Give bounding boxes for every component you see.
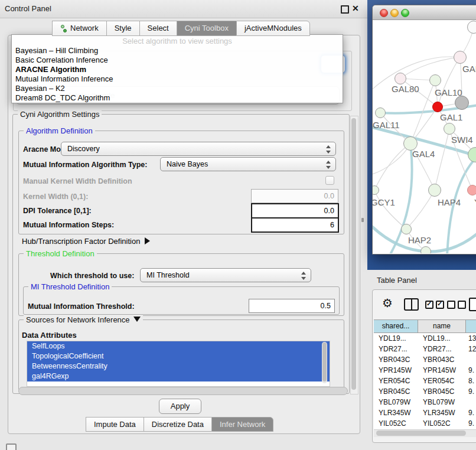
- cyni-settings-legend: Cyni Algorithm Settings: [18, 110, 102, 119]
- window-close-icon[interactable]: [380, 9, 388, 17]
- aracne-mode-value: Discovery: [67, 145, 100, 153]
- control-panel-tab[interactable]: Style: [106, 21, 139, 36]
- window-minimize-icon[interactable]: [390, 9, 399, 17]
- network-icon: [60, 25, 67, 32]
- window-zoom-icon[interactable]: [401, 9, 409, 17]
- control-panel-tab[interactable]: Network: [52, 21, 106, 36]
- hub-definition-toggle[interactable]: Hub/Transcription Factor Definition: [22, 237, 150, 246]
- mi-steps-label: Mutual Information Steps:: [23, 221, 114, 229]
- threshold-definition-legend: Threshold Definition: [24, 249, 97, 258]
- dpi-tolerance-label: DPI Tolerance [0,1]:: [23, 207, 92, 215]
- splitter-handle[interactable]: [361, 218, 364, 222]
- mi-threshold-input[interactable]: [249, 299, 335, 313]
- algorithm-option[interactable]: Bayesian – Hill Climbing: [12, 46, 343, 56]
- network-node-swi4[interactable]: [444, 123, 455, 135]
- algorithm-option[interactable]: Dream8 DC_TDC Algorithm: [12, 93, 343, 103]
- data-attribute-item[interactable]: gal4RGexp: [27, 371, 330, 381]
- settings-scrollbar[interactable]: [350, 116, 358, 394]
- table-row[interactable]: YBR045C YBR045C 9.: [374, 386, 476, 397]
- network-canvas[interactable]: GALGAL80GAL10GAL1GAL11SWI4GAL4GCY1HAP4YH…: [373, 20, 476, 253]
- bottom-tab[interactable]: Infer Network: [211, 417, 273, 432]
- network-node-gal1[interactable]: [432, 102, 443, 112]
- network-node[interactable]: [420, 246, 431, 253]
- network-window[interactable]: GALGAL80GAL10GAL1GAL11SWI4GAL4GCY1HAP4YH…: [372, 5, 476, 255]
- network-node-gal[interactable]: [454, 51, 467, 64]
- close-icon[interactable]: ✕: [352, 4, 359, 13]
- control-panel-tabs: Network Style Select Cyni Toolbox jActiv…: [52, 21, 310, 36]
- collapse-arrow-icon: [133, 317, 141, 322]
- tab-label: Style: [115, 21, 132, 35]
- select-all-columns-icon[interactable]: [425, 301, 444, 309]
- table-row[interactable]: YDL19... YDL19... 13: [374, 333, 476, 344]
- mi-steps-input[interactable]: [251, 217, 339, 233]
- table-body: YDL19... YDL19... 13 YDR27... YDR27... 1…: [374, 333, 476, 429]
- aracne-mode-combo[interactable]: Discovery: [61, 142, 336, 156]
- deselect-all-columns-icon[interactable]: [447, 301, 466, 309]
- algorithm-option[interactable]: ARACNE Algorithm: [12, 65, 343, 74]
- manual-kernel-checkbox[interactable]: [325, 176, 334, 185]
- control-panel-tab[interactable]: Cyni Toolbox: [177, 21, 236, 36]
- kernel-width-input[interactable]: [251, 189, 338, 203]
- data-attribute-item[interactable]: SelfLoops: [27, 341, 330, 351]
- table-row[interactable]: YBR043C YBR043C: [374, 354, 476, 365]
- network-node-gal10[interactable]: [429, 74, 441, 86]
- table-row[interactable]: YBL079W YBL079W: [374, 397, 476, 407]
- data-attributes-list[interactable]: SelfLoops TopologicalCoefficient Between…: [27, 341, 330, 387]
- which-threshold-label: Which threshold to use:: [50, 272, 134, 280]
- table-horizontal-scrollbar[interactable]: [374, 429, 476, 437]
- control-panel-tab[interactable]: jActiveMNodules: [236, 21, 310, 36]
- tab-label: jActiveMNodules: [244, 21, 302, 35]
- tab-label: Network: [70, 21, 99, 35]
- cyni-toolbox-panel: Inference Algorithm gal-filtered sif def…: [8, 35, 360, 434]
- data-attribute-item[interactable]: BetweennessCentrality: [27, 361, 330, 371]
- list-scrollbar[interactable]: [322, 342, 327, 383]
- manual-kernel-label: Manual Kernel Width Definition: [23, 177, 132, 185]
- network-node-gal11[interactable]: [375, 107, 386, 118]
- column-header-cut[interactable]: [466, 320, 476, 332]
- algorithm-option[interactable]: Basic Correlation Inference: [12, 56, 343, 65]
- column-header-name[interactable]: name: [418, 320, 466, 332]
- network-node-hap2[interactable]: [401, 224, 412, 234]
- network-node[interactable]: [467, 21, 476, 34]
- control-panel-tab[interactable]: Select: [139, 21, 177, 36]
- table-panel: ⚙ shared... name YDL19...: [372, 289, 476, 443]
- table-row[interactable]: YIL052C YIL052C 9.: [374, 418, 476, 429]
- network-node-label: GAL4: [412, 149, 435, 159]
- split-view-icon[interactable]: [404, 298, 419, 311]
- table-row[interactable]: YDR27... YDR27... 12: [374, 344, 476, 354]
- network-node-gal80[interactable]: [395, 73, 406, 84]
- float-panel-icon[interactable]: [341, 5, 349, 14]
- screen: Control Panel ✕ Network Style Select Cyn…: [0, 0, 476, 450]
- algorithm-option[interactable]: Mutual Information Inference: [12, 74, 343, 84]
- table-row[interactable]: YER054C YER054C 8.: [374, 376, 476, 386]
- table-row[interactable]: YPR145W YPR145W 9.: [374, 365, 476, 376]
- tab-label: Infer Network: [220, 418, 265, 431]
- network-node-hap4[interactable]: [428, 184, 441, 197]
- algorithm-dropdown: Select algorithm to view settings Bayesi…: [11, 34, 343, 103]
- algorithm-option[interactable]: Bayesian – K2: [12, 84, 343, 93]
- network-node-label: GCY1: [373, 197, 395, 207]
- column-header-shared-name[interactable]: shared...: [374, 320, 418, 332]
- mi-type-combo[interactable]: Naive Bayes: [160, 157, 336, 171]
- network-node[interactable]: [455, 96, 469, 110]
- tab-label: Select: [148, 21, 169, 35]
- sources-legend[interactable]: Sources for Network Inference: [24, 315, 143, 324]
- network-node-label: GAL1: [440, 112, 462, 122]
- checked-box-icon: [436, 301, 444, 309]
- horizontal-scrollbar[interactable]: [18, 387, 348, 395]
- table-header: shared... name: [374, 319, 476, 333]
- mi-threshold-legend: MI Threshold Definition: [28, 282, 112, 291]
- apply-button[interactable]: Apply: [159, 399, 201, 414]
- table-row[interactable]: YLR345W YLR345W 9.: [374, 407, 476, 418]
- bottom-tab[interactable]: Discretize Data: [144, 417, 211, 432]
- checked-box-icon: [425, 301, 433, 309]
- network-node-y[interactable]: [467, 185, 476, 195]
- gear-icon[interactable]: ⚙: [382, 296, 393, 310]
- bottom-tab[interactable]: Impute Data: [86, 417, 144, 432]
- network-window-titlebar[interactable]: [373, 5, 476, 20]
- data-attribute-item[interactable]: TopologicalCoefficient: [27, 351, 330, 361]
- which-threshold-combo[interactable]: MI Threshold: [140, 268, 311, 282]
- panel-corner-icon[interactable]: [6, 444, 17, 450]
- dpi-tolerance-input[interactable]: [251, 203, 339, 219]
- page-icon[interactable]: [469, 298, 476, 311]
